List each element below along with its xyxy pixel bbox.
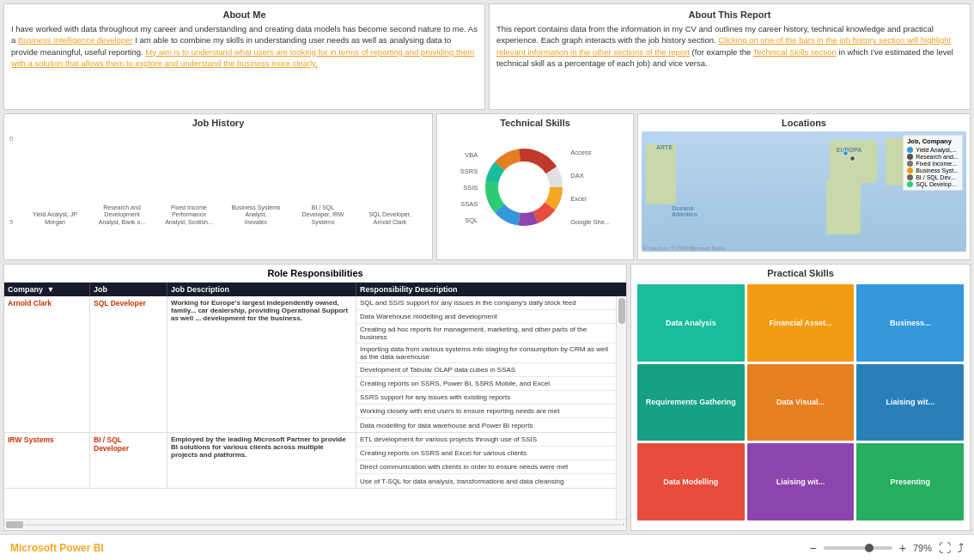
skill-ssas: SSAS [460, 200, 478, 208]
footer-left: Microsoft Power BI [10, 542, 104, 554]
legend-3: Fixed Income... [907, 161, 959, 167]
tile-data-analysis[interactable]: Data Analysis [637, 284, 745, 362]
scrollbar-space [616, 283, 626, 296]
h-scroll-thumb[interactable] [6, 521, 23, 528]
fullscreen-icon[interactable]: ⛶ [939, 541, 951, 555]
row1-desc: Working for Europe's largest independent… [167, 296, 356, 432]
bar-label-2: Research andDevelopmentAnalyst, Bank o..… [99, 204, 145, 226]
skill-ssrs: SSRS [460, 167, 478, 175]
bar-label-3: Fixed IncomePerformanceAnalyst, Scotish.… [165, 204, 213, 226]
map-area[interactable]: OceanoAtlántico ARTE EUROPA © TomTom, © … [642, 131, 966, 252]
map-dot-2[interactable] [849, 155, 855, 161]
resp-1-6: Creating reports on SSRS, Power BI, SSRS… [356, 377, 616, 391]
share-icon[interactable]: ⤴ [958, 541, 964, 555]
legend-label-2: Research and... [916, 154, 958, 160]
tile-liaising-2[interactable]: Liaising wit... [747, 443, 855, 520]
legend-title: Job, Company [907, 137, 959, 145]
horizontal-scrollbar[interactable]: › [4, 519, 626, 529]
scroll-thumb[interactable] [618, 298, 625, 324]
y-label-0: 0 [9, 135, 13, 143]
zoom-minus[interactable]: − [810, 541, 817, 555]
resp-1-1: SQL and SSIS support for any issues in t… [356, 296, 616, 310]
skill-dax: DAX [570, 172, 610, 180]
col-header-company: Company ▼ [4, 283, 90, 296]
resp-1-3: Creating ad hoc reports for management, … [356, 324, 616, 344]
donut-container: VBA SSRS SSIS SSAS SQL [441, 131, 630, 243]
h-scroll-right: › [623, 521, 624, 527]
scrollbar[interactable] [616, 296, 626, 519]
skill-vba: VBA [460, 151, 478, 159]
row2-resp: ETL development for various projects thr… [356, 433, 616, 488]
tile-financial[interactable]: Financial Asset... [747, 284, 855, 362]
job-history-box: Job History 5 0 Yield Analyst, JPMorgan … [3, 113, 433, 260]
about-report-text: This report contains data from the infor… [496, 23, 963, 69]
resp-1-7: SSRS support for any issues with existin… [356, 391, 616, 405]
technical-skills-box: Technical Skills VBA SSRS SSIS SSAS SQL [436, 113, 634, 260]
tile-business[interactable]: Business... [856, 284, 964, 362]
legend-dot-6 [907, 181, 913, 187]
donut-chart[interactable] [481, 144, 567, 230]
legend-dot-3 [907, 161, 913, 167]
bar-group-2: Research andDevelopmentAnalyst, Bank o..… [92, 202, 152, 226]
tile-liaising-1[interactable]: Liaising wit... [856, 364, 964, 441]
row2-job: BI / SQLDeveloper [90, 433, 167, 488]
zoom-slider[interactable] [824, 546, 892, 550]
resp-2-2: Creating reports on SSRS and Excel for v… [356, 447, 616, 460]
legend-dot-5 [907, 174, 913, 180]
resp-1-5: Development of Tabular OLAP data cubes i… [356, 363, 616, 377]
tile-data-modelling[interactable]: Data Modelling [637, 443, 745, 520]
chart-area: 5 0 Yield Analyst, JPMorgan Research and… [8, 131, 429, 243]
y-axis: 5 0 [9, 135, 13, 226]
zoom-thumb[interactable] [865, 544, 874, 552]
africa [826, 179, 861, 234]
tile-presenting[interactable]: Presenting [856, 443, 964, 520]
resp-1-9: Data modelling for data warehouse and Po… [356, 418, 616, 432]
legend-label-6: SQL Develop... [916, 181, 956, 187]
practical-skills-title: Practical Skills [635, 268, 966, 278]
resp-2-1: ETL development for various projects thr… [356, 433, 616, 447]
chart-bars: Yield Analyst, JPMorgan Research andDeve… [25, 135, 420, 226]
zoom-plus[interactable]: + [899, 541, 906, 555]
powerbi-link[interactable]: Microsoft Power BI [10, 542, 104, 554]
row2-desc: Employed by the leading Microsoft Partne… [167, 433, 356, 488]
bar-label-5: BI / SQLDeveloper, IRWSystems [302, 204, 344, 226]
col-header-job: Job [90, 283, 167, 296]
about-report-box: About This Report This report contains d… [489, 3, 971, 110]
h-scroll-track [25, 524, 621, 526]
bar-group-4: Business SystemsAnalyst,Inovatec [226, 202, 286, 226]
skill-access: Access [570, 149, 610, 156]
bar-label-6: SQL Developer,Arnold Clark [368, 211, 411, 226]
role-resp-title: Role Responsibilities [4, 265, 626, 283]
bottom-row: Role Responsibilities Company ▼ Job Job … [0, 262, 974, 534]
legend-dot-4 [907, 167, 913, 173]
tile-requirements-gathering[interactable]: Requirements Gathering [637, 364, 745, 441]
resp-2-3: Direct communication with clients in ord… [356, 460, 616, 474]
row1-resp: SQL and SSIS support for any issues in t… [356, 296, 616, 432]
bar-group-3: Fixed IncomePerformanceAnalyst, Scotish.… [159, 202, 219, 226]
col-header-resp: Responsibility Description [356, 283, 616, 296]
sort-icon[interactable]: ▼ [47, 285, 55, 294]
legend-label-5: BI / SQL Dev... [916, 174, 955, 180]
middle-row: Job History 5 0 Yield Analyst, JPMorgan … [0, 112, 974, 262]
legend-dot-2 [907, 154, 913, 160]
treemap: Data Analysis Financial Asset... Busines… [635, 282, 966, 523]
donut-labels-left: VBA SSRS SSIS SSAS SQL [460, 151, 478, 224]
about-me-box: About Me I have worked with data through… [3, 3, 485, 110]
skill-sql: SQL [460, 216, 478, 224]
map-label-arte: ARTE [656, 144, 673, 150]
practical-skills-box: Practical Skills Data Analysis Financial… [630, 264, 971, 531]
about-me-text: I have worked with data throughout my ca… [11, 23, 478, 69]
main-container: About Me I have worked with data through… [0, 0, 974, 560]
bar-group-6: SQL Developer,Arnold Clark [360, 209, 420, 226]
top-row: About Me I have worked with data through… [0, 0, 974, 112]
map-label-europa: EUROPA [837, 147, 861, 153]
bar-label-1: Yield Analyst, JPMorgan [33, 211, 77, 226]
bar-group-1: Yield Analyst, JPMorgan [25, 209, 85, 226]
americas [646, 144, 676, 204]
role-table-header: Company ▼ Job Job Description Responsibi… [4, 283, 626, 296]
legend-label-1: Yield Analyst,... [916, 147, 957, 153]
y-label-5: 5 [9, 218, 13, 226]
map-legend: Job, Company Yield Analyst,... Research … [903, 135, 963, 191]
donut-labels-right: Access DAX Excel Google She... [570, 149, 610, 226]
tile-data-visualisation[interactable]: Data Visual... [747, 364, 855, 441]
